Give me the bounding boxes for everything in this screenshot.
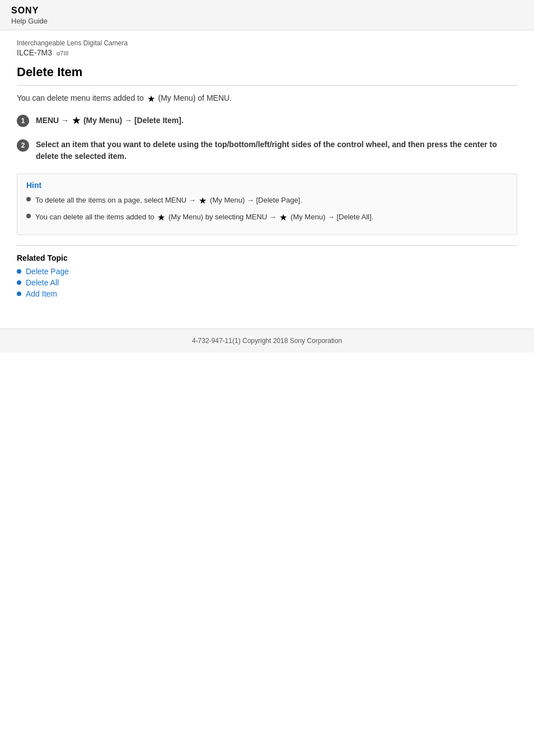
help-guide-label: Help Guide [11,17,523,25]
model-name: ILCE-7M3 [17,48,52,57]
related-item-3[interactable]: Add Item [17,289,517,298]
hint-bullet-1 [26,197,31,201]
step-1-number: 1 [17,115,29,127]
related-item-1[interactable]: Delete Page [17,267,517,276]
header: SONY Help Guide [0,0,534,30]
hint-title: Hint [26,181,508,190]
title-divider [17,85,517,86]
step1-prefix: MENU → [36,116,71,125]
related-section: Related Topic Delete Page Delete All Add… [17,253,517,298]
hint-item-1: To delete all the items on a page, selec… [26,194,508,208]
star-icon-step1: ★ [72,114,80,128]
hint2-middle: (My Menu) by selecting MENU → [168,213,279,221]
star-icon-hint2b: ★ [279,211,287,224]
intro-text-prefix: You can delete menu items added to [17,93,144,102]
hint-item-2: You can delete all the items added to ★ … [26,211,508,224]
device-model: ILCE-7M3 α7III [17,48,517,57]
related-link-add-item[interactable]: Add Item [26,289,57,298]
step-2: 2 Select an item that you want to delete… [17,139,517,162]
related-item-2[interactable]: Delete All [17,278,517,287]
step-2-number: 2 [17,139,29,152]
breadcrumb: Interchangeable Lens Digital Camera [17,39,517,47]
step1-middle: (My Menu) → [Delete Item]. [83,116,184,125]
step-1-content: MENU → ★ (My Menu) → [Delete Item]. [36,114,184,128]
related-bullet-2 [17,280,21,285]
hint2-prefix: You can delete all the items added to [35,213,156,221]
hint-item-1-text: To delete all the items on a page, selec… [35,194,302,208]
hint-list: To delete all the items on a page, selec… [26,194,508,224]
footer: 4-732-947-11(1) Copyright 2018 Sony Corp… [0,328,534,353]
star-icon-hint1: ★ [199,194,207,208]
related-link-delete-all[interactable]: Delete All [26,278,59,287]
intro-paragraph: You can delete menu items added to ★ (My… [17,93,517,104]
hint-bullet-2 [26,214,31,218]
main-content: Interchangeable Lens Digital Camera ILCE… [0,30,534,312]
hint2-middle2: (My Menu) → [Delete All]. [291,213,373,221]
related-bullet-3 [17,292,21,296]
hint1-middle: (My Menu) → [Delete Page]. [210,196,302,204]
related-divider [17,245,517,246]
star-icon-hint2a: ★ [157,211,165,224]
related-title: Related Topic [17,253,517,262]
step-2-content: Select an item that you want to delete u… [36,139,517,162]
hint1-prefix: To delete all the items on a page, selec… [35,196,198,204]
hint-item-2-text: You can delete all the items added to ★ … [35,211,373,224]
related-bullet-1 [17,269,21,274]
related-link-delete-page[interactable]: Delete Page [26,267,69,276]
copyright-text: 4-732-947-11(1) Copyright 2018 Sony Corp… [192,337,342,345]
brand-name: SONY [11,6,523,16]
hint-box: Hint To delete all the items on a page, … [17,173,517,235]
star-icon-intro: ★ [147,93,155,104]
intro-text-suffix: (My Menu) of MENU. [158,93,232,102]
model-sub: α7III [57,50,69,57]
step-1: 1 MENU → ★ (My Menu) → [Delete Item]. [17,114,517,128]
related-list: Delete Page Delete All Add Item [17,267,517,298]
page-title: Delete Item [17,65,517,79]
